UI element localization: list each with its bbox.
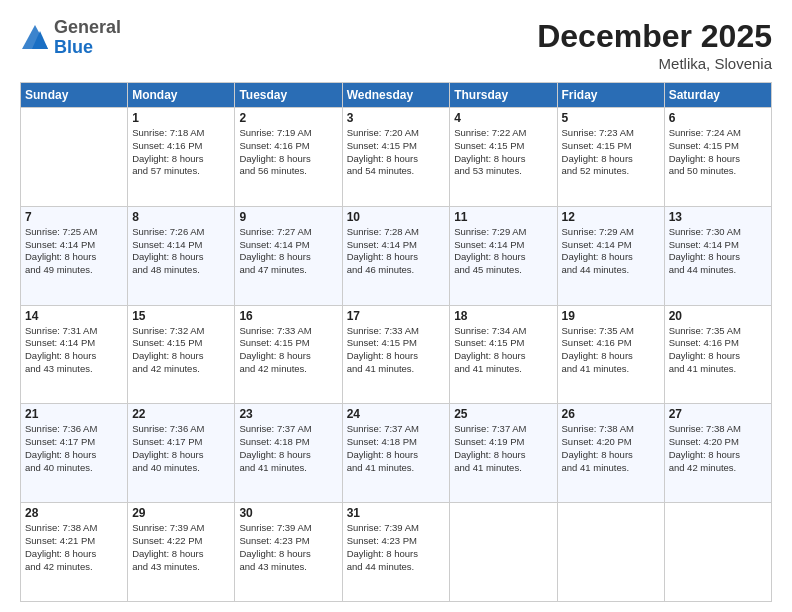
title-block: December 2025 Metlika, Slovenia	[537, 18, 772, 72]
header: General Blue December 2025 Metlika, Slov…	[20, 18, 772, 72]
day-info: Sunrise: 7:34 AMSunset: 4:15 PMDaylight:…	[454, 325, 552, 376]
day-cell: 13Sunrise: 7:30 AMSunset: 4:14 PMDayligh…	[664, 206, 771, 305]
day-number: 29	[132, 506, 230, 520]
day-number: 6	[669, 111, 767, 125]
day-info: Sunrise: 7:39 AMSunset: 4:22 PMDaylight:…	[132, 522, 230, 573]
week-row-0: 1Sunrise: 7:18 AMSunset: 4:16 PMDaylight…	[21, 108, 772, 207]
page: General Blue December 2025 Metlika, Slov…	[0, 0, 792, 612]
day-cell: 22Sunrise: 7:36 AMSunset: 4:17 PMDayligh…	[128, 404, 235, 503]
day-cell: 25Sunrise: 7:37 AMSunset: 4:19 PMDayligh…	[450, 404, 557, 503]
day-info: Sunrise: 7:23 AMSunset: 4:15 PMDaylight:…	[562, 127, 660, 178]
day-cell: 18Sunrise: 7:34 AMSunset: 4:15 PMDayligh…	[450, 305, 557, 404]
day-info: Sunrise: 7:29 AMSunset: 4:14 PMDaylight:…	[562, 226, 660, 277]
day-info: Sunrise: 7:33 AMSunset: 4:15 PMDaylight:…	[239, 325, 337, 376]
day-cell: 19Sunrise: 7:35 AMSunset: 4:16 PMDayligh…	[557, 305, 664, 404]
day-info: Sunrise: 7:27 AMSunset: 4:14 PMDaylight:…	[239, 226, 337, 277]
day-number: 16	[239, 309, 337, 323]
day-number: 26	[562, 407, 660, 421]
day-number: 21	[25, 407, 123, 421]
day-number: 30	[239, 506, 337, 520]
day-info: Sunrise: 7:20 AMSunset: 4:15 PMDaylight:…	[347, 127, 446, 178]
day-number: 22	[132, 407, 230, 421]
day-cell: 27Sunrise: 7:38 AMSunset: 4:20 PMDayligh…	[664, 404, 771, 503]
logo-icon	[20, 23, 50, 53]
col-header-sunday: Sunday	[21, 83, 128, 108]
week-row-3: 21Sunrise: 7:36 AMSunset: 4:17 PMDayligh…	[21, 404, 772, 503]
day-cell: 5Sunrise: 7:23 AMSunset: 4:15 PMDaylight…	[557, 108, 664, 207]
location: Metlika, Slovenia	[537, 55, 772, 72]
day-info: Sunrise: 7:39 AMSunset: 4:23 PMDaylight:…	[239, 522, 337, 573]
day-number: 12	[562, 210, 660, 224]
day-info: Sunrise: 7:38 AMSunset: 4:20 PMDaylight:…	[562, 423, 660, 474]
logo-text: General Blue	[54, 18, 121, 58]
week-row-4: 28Sunrise: 7:38 AMSunset: 4:21 PMDayligh…	[21, 503, 772, 602]
day-cell: 23Sunrise: 7:37 AMSunset: 4:18 PMDayligh…	[235, 404, 342, 503]
day-number: 18	[454, 309, 552, 323]
day-info: Sunrise: 7:29 AMSunset: 4:14 PMDaylight:…	[454, 226, 552, 277]
day-cell: 10Sunrise: 7:28 AMSunset: 4:14 PMDayligh…	[342, 206, 450, 305]
day-number: 23	[239, 407, 337, 421]
day-info: Sunrise: 7:30 AMSunset: 4:14 PMDaylight:…	[669, 226, 767, 277]
day-cell: 7Sunrise: 7:25 AMSunset: 4:14 PMDaylight…	[21, 206, 128, 305]
day-number: 2	[239, 111, 337, 125]
day-number: 5	[562, 111, 660, 125]
day-info: Sunrise: 7:38 AMSunset: 4:21 PMDaylight:…	[25, 522, 123, 573]
day-info: Sunrise: 7:25 AMSunset: 4:14 PMDaylight:…	[25, 226, 123, 277]
day-cell	[664, 503, 771, 602]
day-number: 15	[132, 309, 230, 323]
logo-general: General	[54, 17, 121, 37]
day-info: Sunrise: 7:22 AMSunset: 4:15 PMDaylight:…	[454, 127, 552, 178]
day-cell: 14Sunrise: 7:31 AMSunset: 4:14 PMDayligh…	[21, 305, 128, 404]
day-cell: 29Sunrise: 7:39 AMSunset: 4:22 PMDayligh…	[128, 503, 235, 602]
day-cell: 1Sunrise: 7:18 AMSunset: 4:16 PMDaylight…	[128, 108, 235, 207]
day-cell: 12Sunrise: 7:29 AMSunset: 4:14 PMDayligh…	[557, 206, 664, 305]
day-cell: 28Sunrise: 7:38 AMSunset: 4:21 PMDayligh…	[21, 503, 128, 602]
calendar-table: SundayMondayTuesdayWednesdayThursdayFrid…	[20, 82, 772, 602]
day-number: 17	[347, 309, 446, 323]
day-cell: 24Sunrise: 7:37 AMSunset: 4:18 PMDayligh…	[342, 404, 450, 503]
col-header-friday: Friday	[557, 83, 664, 108]
day-cell	[557, 503, 664, 602]
day-number: 27	[669, 407, 767, 421]
week-row-2: 14Sunrise: 7:31 AMSunset: 4:14 PMDayligh…	[21, 305, 772, 404]
day-cell: 11Sunrise: 7:29 AMSunset: 4:14 PMDayligh…	[450, 206, 557, 305]
day-info: Sunrise: 7:37 AMSunset: 4:18 PMDaylight:…	[347, 423, 446, 474]
day-number: 14	[25, 309, 123, 323]
day-cell: 4Sunrise: 7:22 AMSunset: 4:15 PMDaylight…	[450, 108, 557, 207]
day-number: 11	[454, 210, 552, 224]
day-info: Sunrise: 7:28 AMSunset: 4:14 PMDaylight:…	[347, 226, 446, 277]
day-number: 28	[25, 506, 123, 520]
day-number: 31	[347, 506, 446, 520]
day-cell: 26Sunrise: 7:38 AMSunset: 4:20 PMDayligh…	[557, 404, 664, 503]
col-header-tuesday: Tuesday	[235, 83, 342, 108]
day-cell: 8Sunrise: 7:26 AMSunset: 4:14 PMDaylight…	[128, 206, 235, 305]
day-info: Sunrise: 7:38 AMSunset: 4:20 PMDaylight:…	[669, 423, 767, 474]
day-cell	[450, 503, 557, 602]
day-cell: 3Sunrise: 7:20 AMSunset: 4:15 PMDaylight…	[342, 108, 450, 207]
col-header-thursday: Thursday	[450, 83, 557, 108]
day-number: 1	[132, 111, 230, 125]
day-cell: 2Sunrise: 7:19 AMSunset: 4:16 PMDaylight…	[235, 108, 342, 207]
day-info: Sunrise: 7:24 AMSunset: 4:15 PMDaylight:…	[669, 127, 767, 178]
col-header-wednesday: Wednesday	[342, 83, 450, 108]
calendar-header-row: SundayMondayTuesdayWednesdayThursdayFrid…	[21, 83, 772, 108]
day-number: 10	[347, 210, 446, 224]
day-info: Sunrise: 7:35 AMSunset: 4:16 PMDaylight:…	[562, 325, 660, 376]
day-cell: 16Sunrise: 7:33 AMSunset: 4:15 PMDayligh…	[235, 305, 342, 404]
day-number: 7	[25, 210, 123, 224]
day-info: Sunrise: 7:19 AMSunset: 4:16 PMDaylight:…	[239, 127, 337, 178]
day-info: Sunrise: 7:32 AMSunset: 4:15 PMDaylight:…	[132, 325, 230, 376]
day-info: Sunrise: 7:36 AMSunset: 4:17 PMDaylight:…	[132, 423, 230, 474]
day-number: 25	[454, 407, 552, 421]
logo: General Blue	[20, 18, 121, 58]
day-cell: 30Sunrise: 7:39 AMSunset: 4:23 PMDayligh…	[235, 503, 342, 602]
month-title: December 2025	[537, 18, 772, 55]
day-cell: 20Sunrise: 7:35 AMSunset: 4:16 PMDayligh…	[664, 305, 771, 404]
day-info: Sunrise: 7:31 AMSunset: 4:14 PMDaylight:…	[25, 325, 123, 376]
day-info: Sunrise: 7:35 AMSunset: 4:16 PMDaylight:…	[669, 325, 767, 376]
day-cell	[21, 108, 128, 207]
day-number: 19	[562, 309, 660, 323]
day-number: 13	[669, 210, 767, 224]
day-info: Sunrise: 7:39 AMSunset: 4:23 PMDaylight:…	[347, 522, 446, 573]
day-cell: 15Sunrise: 7:32 AMSunset: 4:15 PMDayligh…	[128, 305, 235, 404]
